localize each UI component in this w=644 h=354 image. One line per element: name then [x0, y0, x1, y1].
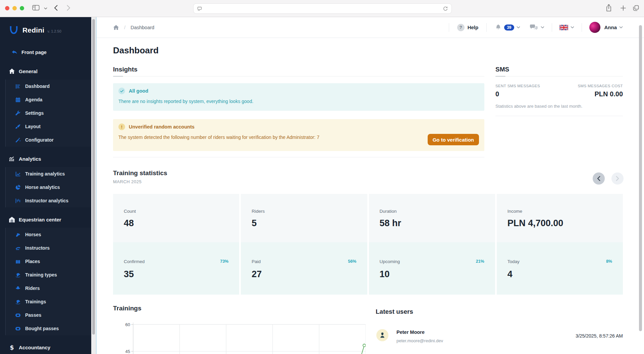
user-menu[interactable]: Anna	[589, 22, 623, 33]
chevron-down-icon[interactable]	[44, 7, 47, 10]
sidebar-item-training-analytics[interactable]: Training analytics	[6, 167, 91, 181]
divider	[113, 157, 484, 157]
share-icon[interactable]	[605, 4, 612, 12]
new-tab-icon[interactable]	[620, 5, 626, 11]
sidebar-item-layout[interactable]: Layout	[6, 120, 91, 133]
sidebar-section-header[interactable]: General	[0, 64, 91, 78]
avatar	[589, 22, 600, 33]
stable-icon	[9, 216, 15, 223]
sidebar-section-header[interactable]: $ Accountancy	[0, 341, 91, 354]
tab-overview-icon[interactable]	[633, 5, 639, 11]
trainings-chart-section: Trainings 6045	[113, 305, 366, 354]
chart-line-icon	[9, 156, 15, 162]
forward-icon[interactable]	[66, 5, 71, 11]
sms-cost-stat: SMS MESSAGES COST PLN 0.00	[578, 84, 623, 98]
carousel-prev-button[interactable]	[593, 172, 605, 185]
sidebar-item-configurator[interactable]: Configurator	[6, 133, 91, 147]
insights-title: Insights	[113, 66, 484, 73]
stat-label: Paid	[252, 259, 356, 264]
sidebar-item-passes[interactable]: Passes	[6, 308, 91, 322]
stat-value: 27	[252, 269, 356, 280]
chevron-down-icon	[541, 26, 544, 29]
close-window-button[interactable]	[5, 6, 9, 10]
home-icon[interactable]	[113, 25, 119, 30]
sidebar-item-riders[interactable]: Riders	[6, 282, 91, 295]
minimize-window-button[interactable]	[12, 6, 17, 10]
sidebar-item-settings[interactable]: Settings	[6, 106, 91, 120]
sidebar-item-instructor-analytics[interactable]: Instructor analytics	[6, 194, 91, 207]
notifications-button[interactable]: 39	[495, 24, 520, 31]
sidebar-item-places[interactable]: Places	[6, 255, 91, 268]
bell-icon	[495, 24, 502, 31]
paintbrush-icon	[15, 124, 21, 130]
user-row[interactable]: Peter Moore peter.moore@redini.dev 3/25/…	[376, 327, 623, 351]
sidebar-item-instructors[interactable]: Instructors	[6, 241, 91, 255]
sidebar: Redini v. 1.2.50 Front page General Dash…	[0, 17, 91, 354]
language-selector[interactable]	[559, 25, 574, 30]
reload-icon[interactable]	[443, 6, 448, 11]
dollar-icon: $	[9, 344, 15, 351]
app-name: Redini	[22, 26, 44, 34]
reader-view-icon[interactable]	[197, 6, 202, 11]
sidebar-section-general: General Dashboard Agenda Settings Layout…	[0, 64, 91, 147]
sidebar-item-dashboard[interactable]: Dashboard	[6, 80, 91, 93]
sidebar-item-bought-passes[interactable]: Bought passes	[6, 322, 91, 335]
help-label: Help	[468, 24, 479, 30]
sidebar-scrollbar-thumb[interactable]	[92, 19, 95, 335]
sidebar-item-horses[interactable]: Horses	[6, 228, 91, 241]
sidebar-item-horse-analytics[interactable]: Horse analytics	[6, 181, 91, 194]
stat-card-confirmed: Confirmed 73% 35	[113, 242, 239, 295]
alert-message: There are no insights reported by system…	[118, 99, 479, 104]
divider	[552, 23, 552, 32]
svg-text:$: $	[10, 344, 14, 351]
page-scrollbar-thumb[interactable]	[639, 25, 642, 331]
front-page-label: Front page	[21, 50, 47, 55]
sidebar-scrollbar[interactable]	[91, 17, 96, 354]
sidebar-item-agenda[interactable]: Agenda	[6, 93, 91, 106]
go-to-verification-button[interactable]: Go to verification	[428, 134, 479, 145]
browser-toolbar	[0, 0, 644, 17]
divider	[582, 23, 582, 32]
stat-value: 58 hr	[380, 218, 484, 229]
sidebar-section-header[interactable]: Analytics	[0, 152, 91, 165]
help-button[interactable]: ? Help	[457, 24, 479, 31]
app-logo[interactable]: Redini v. 1.2.50	[9, 24, 91, 36]
breadcrumb-separator: /	[124, 24, 125, 30]
instructor-hat-icon	[15, 245, 21, 251]
training-statistics-section: Training statistics MARCH 2025 Count 48 …	[113, 168, 623, 184]
sidebar-section-equestrian-center: Equestrian center Horses Instructors Pla…	[0, 213, 91, 335]
carousel-next-button[interactable]	[611, 172, 624, 185]
address-bar[interactable]	[193, 3, 452, 14]
stat-value: 4	[507, 269, 612, 280]
reply-arrow-icon	[11, 49, 17, 55]
stat-card-upcoming: Upcoming 21% 10	[369, 242, 495, 295]
messages-button[interactable]	[530, 24, 544, 31]
chevron-down-icon	[517, 26, 520, 29]
back-icon[interactable]	[54, 5, 58, 11]
trainings-chart-title: Trainings	[113, 305, 366, 312]
stat-value: 0	[495, 90, 540, 98]
stat-percent: 8%	[606, 259, 612, 264]
insights-section: Insights All good There are no insights …	[113, 66, 484, 157]
stat-value: 48	[124, 218, 228, 229]
sidebar-toggle-icon[interactable]	[32, 5, 40, 11]
sidebar-item-trainings[interactable]: Trainings	[6, 295, 91, 308]
home-icon	[9, 68, 15, 74]
stat-label: Count	[124, 209, 228, 214]
dashboard-icon	[15, 84, 21, 89]
sidebar-section-analytics: Analytics Training analytics Horse analy…	[0, 152, 91, 207]
sidebar-item-training-types[interactable]: Training types	[6, 268, 91, 282]
alert-warning: ! Unverified random accounts The system …	[113, 119, 484, 151]
alert-message: The system detected the following number…	[118, 135, 479, 140]
ticket-icon	[15, 326, 21, 332]
zoom-window-button[interactable]	[20, 6, 24, 10]
chevron-down-icon	[571, 26, 574, 29]
sidebar-section-header[interactable]: Equestrian center	[0, 213, 91, 226]
pie-chart-icon	[15, 185, 21, 190]
divider	[495, 76, 623, 77]
sent-sms-stat: SENT SMS MESSAGES 0	[495, 84, 540, 98]
sidebar-item-front-page[interactable]: Front page	[0, 46, 91, 59]
horseshoe-icon	[9, 25, 19, 35]
alert-title: Unverified random accounts	[129, 124, 195, 130]
latest-users-title: Latest users	[376, 308, 623, 315]
